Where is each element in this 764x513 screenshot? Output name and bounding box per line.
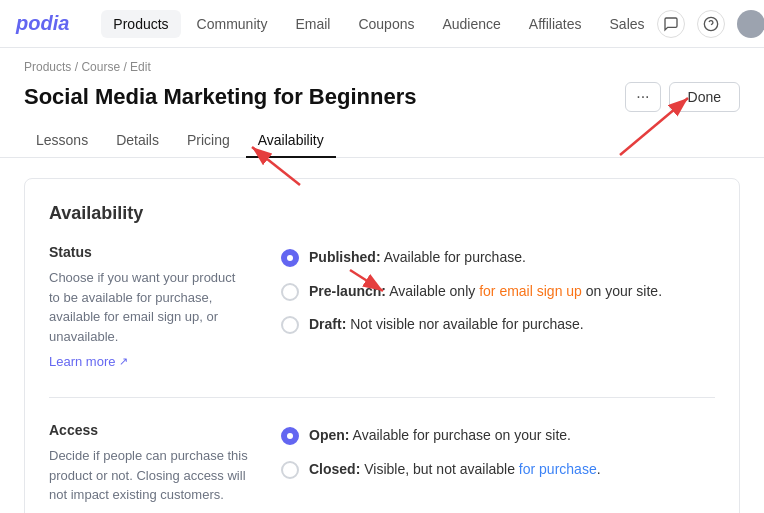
status-section: Status Choose if you want your product t…	[49, 244, 715, 369]
done-button[interactable]: Done	[669, 82, 740, 112]
status-description: Choose if you want your product to be av…	[49, 268, 249, 346]
nav-link-email[interactable]: Email	[283, 10, 342, 38]
access-description: Decide if people can purchase this produ…	[49, 446, 249, 505]
card-title: Availability	[49, 203, 715, 224]
breadcrumb: Products / Course / Edit	[0, 48, 764, 78]
tabs: Lessons Details Pricing Availability	[0, 124, 764, 158]
avatar[interactable]	[737, 10, 764, 38]
status-prelaunch-label: Pre-launch: Available only for email sig…	[309, 282, 662, 302]
header-actions: ··· Done	[625, 82, 740, 112]
navbar: podia Products Community Email Coupons A…	[0, 0, 764, 48]
logo[interactable]: podia	[16, 12, 69, 35]
chat-icon[interactable]	[657, 10, 685, 38]
nav-link-affiliates[interactable]: Affiliates	[517, 10, 594, 38]
status-option-published[interactable]: Published: Available for purchase.	[281, 248, 715, 268]
nav-link-products[interactable]: Products	[101, 10, 180, 38]
tab-lessons[interactable]: Lessons	[24, 124, 100, 158]
status-published-label: Published: Available for purchase.	[309, 248, 526, 268]
status-title: Status	[49, 244, 249, 260]
nav-link-community[interactable]: Community	[185, 10, 280, 38]
nav-link-coupons[interactable]: Coupons	[346, 10, 426, 38]
breadcrumb-products[interactable]: Products	[24, 60, 71, 74]
radio-draft[interactable]	[281, 316, 299, 334]
radio-prelaunch[interactable]	[281, 283, 299, 301]
status-options: Published: Available for purchase. Pre-l…	[281, 244, 715, 369]
learn-more-arrow-icon: ↗	[119, 355, 128, 368]
nav-right	[657, 10, 764, 38]
page-header: Social Media Marketing for Beginners ···…	[0, 78, 764, 124]
help-icon[interactable]	[697, 10, 725, 38]
access-title: Access	[49, 422, 249, 438]
access-option-closed[interactable]: Closed: Visible, but not available for p…	[281, 460, 715, 480]
access-open-label: Open: Available for purchase on your sit…	[309, 426, 571, 446]
nav-link-sales[interactable]: Sales	[598, 10, 657, 38]
access-option-open[interactable]: Open: Available for purchase on your sit…	[281, 426, 715, 446]
tab-pricing[interactable]: Pricing	[175, 124, 242, 158]
radio-closed[interactable]	[281, 461, 299, 479]
status-draft-label: Draft: Not visible nor available for pur…	[309, 315, 584, 335]
availability-card: Availability Status Choose if you want y…	[24, 178, 740, 513]
section-divider	[49, 397, 715, 398]
more-options-button[interactable]: ···	[625, 82, 660, 112]
status-section-left: Status Choose if you want your product t…	[49, 244, 249, 369]
radio-open[interactable]	[281, 427, 299, 445]
status-option-draft[interactable]: Draft: Not visible nor available for pur…	[281, 315, 715, 335]
nav-links: Products Community Email Coupons Audienc…	[101, 10, 656, 38]
breadcrumb-course[interactable]: Course	[81, 60, 120, 74]
status-learn-more[interactable]: Learn more ↗	[49, 354, 128, 369]
main-content: Availability Status Choose if you want y…	[0, 158, 764, 513]
tab-availability[interactable]: Availability	[246, 124, 336, 158]
access-section-left: Access Decide if people can purchase thi…	[49, 422, 249, 513]
nav-link-audience[interactable]: Audience	[430, 10, 512, 38]
access-options: Open: Available for purchase on your sit…	[281, 422, 715, 513]
breadcrumb-edit: Edit	[130, 60, 151, 74]
radio-published[interactable]	[281, 249, 299, 267]
tab-details[interactable]: Details	[104, 124, 171, 158]
access-section: Access Decide if people can purchase thi…	[49, 422, 715, 513]
status-option-prelaunch[interactable]: Pre-launch: Available only for email sig…	[281, 282, 715, 302]
access-closed-label: Closed: Visible, but not available for p…	[309, 460, 601, 480]
page-title: Social Media Marketing for Beginners	[24, 84, 416, 110]
